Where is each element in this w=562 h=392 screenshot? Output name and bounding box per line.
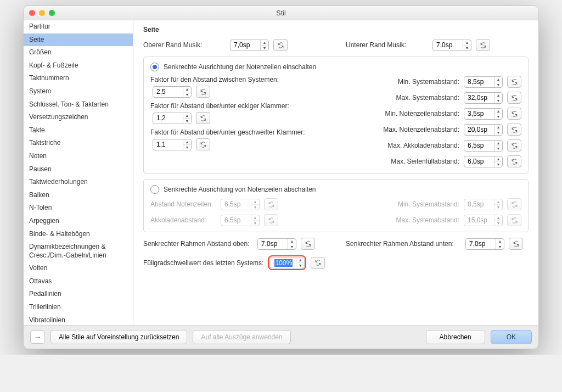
frame-bottom-label: Senkrechter Rahmen Abstand unten: [346,240,461,248]
sidebar-item[interactable]: Noten [24,150,133,163]
sidebar-item[interactable]: Vibratolinien [24,314,133,325]
sidebar-item[interactable]: Pedallinien [24,288,133,301]
max-akko-spinner[interactable]: ▲▼ [464,140,503,152]
upper-margin-spinner[interactable]: ▲▼ [230,40,269,51]
sidebar-item[interactable]: Schlüssel, Ton- & Taktarten [24,98,133,111]
window-title: Stil [24,9,538,17]
reset-button[interactable] [507,76,521,88]
frame-bottom-spinner[interactable]: ▲▼ [465,238,504,250]
content-panel: Seite Oberer Rand Musik: ▲▼ Unterer Rand… [133,20,538,325]
sidebar-item[interactable]: Kopf- & Fußzeile [24,59,133,72]
threshold-value: 100% [274,259,293,267]
sidebar-item[interactable]: System [24,85,133,98]
reset-button[interactable] [196,112,210,124]
reset-button[interactable] [507,124,521,136]
reset-button[interactable] [301,238,315,250]
factor-bracket-spinner[interactable]: ▲▼ [153,113,192,124]
reset-button[interactable] [507,155,521,167]
off-min-sys-label: Min. Systemabstand: [344,200,459,208]
reset-button[interactable] [196,138,210,150]
max-sys-spinner[interactable]: ▲▼ [464,92,503,104]
sidebar-item[interactable]: Trillerlinien [24,301,133,314]
titlebar: Stil [24,6,538,20]
frame-top-label: Senkrechter Rahmen Abstand oben: [143,240,253,248]
chevron-up-icon[interactable]: ▲ [463,40,471,46]
min-staff-spinner[interactable]: ▲▼ [464,108,503,120]
max-staff-label: Max. Notenzeilenabstand: [344,126,459,133]
reset-button[interactable] [311,257,325,269]
min-sys-spinner[interactable]: ▲▼ [464,76,503,88]
reset-button[interactable] [507,139,521,152]
sidebar-item[interactable]: Seite [24,33,133,47]
chevron-down-icon[interactable]: ▼ [463,46,471,51]
sidebar-item[interactable]: N-Tolen [24,201,133,215]
reset-button[interactable] [507,92,521,104]
off-min-sys-spinner: ▲▼ [464,199,503,210]
reset-all-button[interactable]: Alle Stile auf Voreinstellung zurücksetz… [50,330,187,344]
vertical-off-label: Senkrechte Ausrichtung von Notenzeilen a… [164,186,316,193]
sidebar-item[interactable]: Dynamikbezeichnungen & Cresc./Dim.-Gabel… [24,240,133,262]
max-fill-spinner[interactable]: ▲▼ [464,156,503,167]
reset-button[interactable] [196,86,210,98]
sidebar-item[interactable]: Binde- & Haltebögen [24,228,133,241]
sidebar-item[interactable]: Volten [24,262,133,275]
max-staff-spinner[interactable]: ▲▼ [464,124,503,136]
cancel-button[interactable]: Abbrechen [426,330,485,344]
frame-top-spinner[interactable]: ▲▼ [257,238,296,250]
factor-bracket-label: Faktor für Abstand über/unter eckiger Kl… [150,102,328,110]
upper-margin-label: Oberer Rand Musik: [143,41,226,49]
reset-button[interactable] [509,238,523,250]
off-staff-dist-spinner: ▲▼ [221,199,260,210]
lower-margin-label: Unterer Rand Musik: [346,41,428,49]
max-sys-label: Max. Systemabstand: [344,94,459,102]
category-sidebar[interactable]: PartiturSeiteGrößenKopf- & FußzeileTaktn… [24,20,133,325]
sidebar-item[interactable]: Arpeggien [24,215,133,228]
sidebar-item[interactable]: Balken [24,189,133,202]
off-staff-dist-label: Abstand Notenzeilen: [150,200,216,208]
off-max-sys-label: Max. Systemabstand: [344,216,459,224]
arrow-right-icon[interactable]: → [30,331,45,344]
sidebar-item[interactable]: Taktnummern [24,72,133,85]
sidebar-item[interactable]: Größen [24,46,133,59]
reset-button [264,198,278,210]
lower-margin-spinner[interactable]: ▲▼ [432,40,471,51]
chevron-up-icon[interactable]: ▲ [261,40,268,46]
max-fill-label: Max. Seitenfüllabstand: [344,158,459,165]
vertical-off-group: Senkrechte Ausrichtung von Notenzeilen a… [143,179,529,232]
off-akkolade-label: Akkoladenabstand: [150,216,216,224]
vertical-on-group: Senkrechte Ausrichtung der Notenzeilen e… [143,57,529,173]
reset-button[interactable] [507,108,521,120]
min-staff-label: Min. Notenzeilenabstand: [344,110,459,117]
style-dialog: Stil PartiturSeiteGrößenKopf- & Fußzeile… [23,5,539,349]
sidebar-item[interactable]: Taktstriche [24,137,133,150]
chevron-down-icon[interactable]: ▼ [261,46,268,51]
max-akko-label: Max. Akkoladenabstand: [344,142,459,149]
sidebar-item[interactable]: Partitur [24,20,133,33]
sidebar-item[interactable]: Ottavas [24,275,133,288]
off-max-sys-spinner: ▲▼ [464,215,503,226]
sidebar-item[interactable]: Versetzungszeichen [24,111,133,124]
factor-brace-label: Faktor für Abstand über/unter geschweift… [150,128,328,136]
reset-button [507,214,521,226]
threshold-spinner[interactable]: 100% ▲▼ [269,257,305,268]
factor-systems-spinner[interactable]: ▲▼ [153,86,192,98]
reset-button[interactable] [273,39,288,51]
factor-brace-spinner[interactable]: ▲▼ [153,139,192,150]
factor-systems-label: Faktor für den Abstand zwischen Systemen… [150,76,328,83]
vertical-off-radio[interactable] [150,185,159,194]
reset-button[interactable] [476,39,490,51]
min-sys-label: Min. Systemabstand: [344,78,459,86]
vertical-on-label: Senkrechte Ausrichtung der Notenzeilen e… [164,63,316,71]
apply-parts-button: Auf alle Auszüge anwenden [193,330,290,344]
vertical-on-radio[interactable] [150,63,159,71]
page-header: Seite [143,26,529,33]
ok-button[interactable]: OK [491,330,532,344]
threshold-label: Füllgradschwellwert des letzten Systems: [143,259,263,267]
reset-button [507,198,521,210]
sidebar-item[interactable]: Pausen [24,163,133,176]
threshold-highlight: 100% ▲▼ [268,255,306,270]
sidebar-item[interactable]: Taktwiederholungen [24,176,133,189]
footer: → Alle Stile auf Voreinstellung zurückse… [24,325,538,349]
reset-button [264,214,278,226]
sidebar-item[interactable]: Takte [24,124,133,137]
